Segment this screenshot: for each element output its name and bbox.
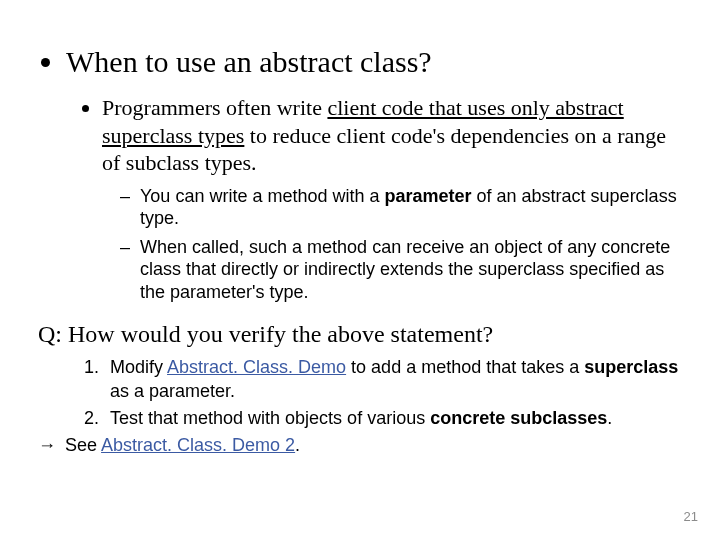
bullet-when-to-use: When to use an abstract class? Programme… bbox=[66, 44, 682, 303]
dash2-text: When called, such a method can receive a… bbox=[140, 237, 670, 302]
question-block: Q: How would you verify the above statem… bbox=[38, 319, 682, 458]
dash1-pre: You can write a method with a bbox=[140, 186, 384, 206]
step1-mid: to add a method that takes a bbox=[346, 357, 584, 377]
link-abstract-class-demo-2[interactable]: Abstract. Class. Demo 2 bbox=[101, 435, 295, 455]
dash1-bold: parameter bbox=[384, 186, 471, 206]
see-post: . bbox=[295, 435, 300, 455]
bullet-list-level2: Programmers often write client code that… bbox=[66, 94, 682, 303]
bullet-client-code: Programmers often write client code that… bbox=[102, 94, 682, 303]
step1-pre: Modify bbox=[110, 357, 167, 377]
step1-bold: superclass bbox=[584, 357, 678, 377]
dash-when-called: When called, such a method can receive a… bbox=[140, 236, 682, 304]
step2-post: . bbox=[607, 408, 612, 428]
question-line: Q: How would you verify the above statem… bbox=[38, 319, 682, 350]
step2-pre: Test that method with objects of various bbox=[110, 408, 430, 428]
step-test: Test that method with objects of various… bbox=[104, 407, 682, 430]
bullet-list-level1: When to use an abstract class? Programme… bbox=[38, 44, 682, 303]
step2-bold: concrete subclasses bbox=[430, 408, 607, 428]
dash-parameter: You can write a method with a parameter … bbox=[140, 185, 682, 230]
question-ordered-list: Modify Abstract. Class. Demo to add a me… bbox=[38, 356, 682, 430]
bullet-list-level3: You can write a method with a parameter … bbox=[102, 185, 682, 304]
bullet1-title: When to use an abstract class? bbox=[66, 45, 432, 78]
step1-post: as a parameter. bbox=[110, 381, 235, 401]
see-row: → See Abstract. Class. Demo 2. bbox=[38, 434, 682, 457]
arrow-icon: → bbox=[38, 434, 56, 457]
step-modify: Modify Abstract. Class. Demo to add a me… bbox=[104, 356, 682, 403]
see-pre: See bbox=[60, 435, 101, 455]
slide: When to use an abstract class? Programme… bbox=[0, 0, 720, 540]
link-abstract-class-demo[interactable]: Abstract. Class. Demo bbox=[167, 357, 346, 377]
sub1-pre: Programmers often write bbox=[102, 95, 327, 120]
page-number: 21 bbox=[684, 509, 698, 524]
